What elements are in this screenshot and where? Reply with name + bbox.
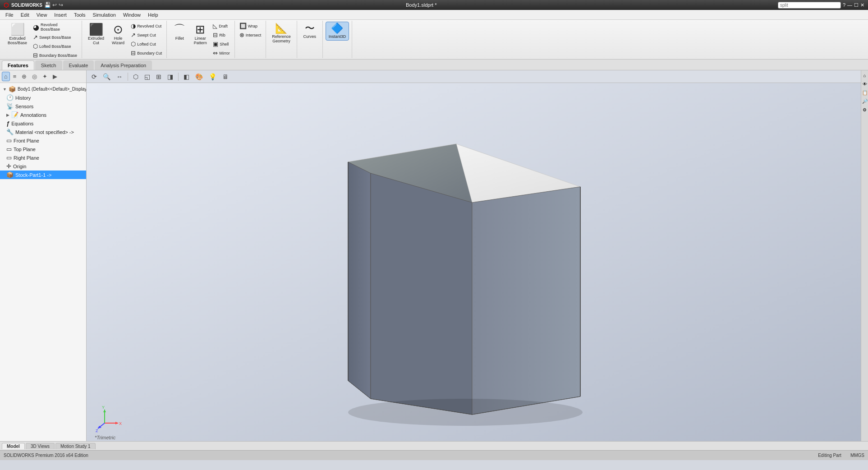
tab-sketch[interactable]: Sketch [35, 60, 62, 70]
close-btn[interactable]: ✕ [860, 2, 864, 8]
svg-marker-5 [472, 187, 580, 415]
view-btn-scene[interactable]: 💡 [207, 72, 219, 82]
tree-sensors[interactable]: 📡 Sensors [0, 102, 86, 111]
search-input[interactable] [778, 2, 841, 9]
swept-boss-button[interactable]: ↗ Swept Boss/Base [31, 33, 79, 41]
tree-origin[interactable]: ✛ Origin [0, 162, 86, 170]
sidebar-btn-arrow[interactable]: ▶ [51, 72, 60, 81]
revolved-cut-button[interactable]: ◑ Revolved Cut [129, 22, 164, 30]
right-btn-4[interactable]: 🔎 [861, 98, 868, 105]
view-btn-grid[interactable]: ⊞ [154, 72, 164, 82]
tree-front-plane[interactable]: ▭ Front Plane [0, 136, 86, 145]
sidebar-btn-featuretree[interactable]: ⌂ [2, 72, 10, 81]
tree-icon-material: 🔧 [6, 129, 14, 135]
maximize-btn[interactable]: ☐ [854, 2, 859, 8]
menu-file[interactable]: File [2, 11, 17, 18]
view-btn-rotate[interactable]: ⟳ [89, 72, 99, 82]
menu-window[interactable]: Window [119, 11, 144, 18]
menu-help[interactable]: Help [144, 11, 162, 18]
sidebar-btn-add[interactable]: ⊕ [19, 72, 29, 81]
lofted-cut-button[interactable]: ⬡ Lofted Cut [129, 40, 164, 48]
extruded-cut-button[interactable]: ⬛ ExtrudedCut [85, 22, 107, 47]
rib-button[interactable]: ⊟ Rib [211, 31, 232, 39]
help-btn[interactable]: ? [843, 2, 845, 8]
sidebar-btn-target[interactable]: ◎ [30, 72, 39, 81]
tab-evaluate[interactable]: Evaluate [63, 60, 94, 70]
cut-group: ⬛ ExtrudedCut ⊙ HoleWizard ◑ Revolved Cu… [82, 21, 167, 58]
tab-analysis-preparation[interactable]: Analysis Preparation [95, 60, 152, 70]
sidebar-btn-list[interactable]: ≡ [11, 72, 19, 81]
curves-group: 〜 Curves [297, 21, 323, 58]
wrap-label: Wrap [248, 24, 257, 28]
boundary-cut-button[interactable]: ⊟ Boundary Cut [129, 49, 164, 57]
bottom-tab-3dviews[interactable]: 3D Views [26, 443, 55, 449]
bottom-tab-motion-study[interactable]: Motion Study 1 [55, 443, 96, 449]
tab-features[interactable]: Features [2, 60, 34, 70]
tree-stock-part[interactable]: 📦 Stock-Part1-1 -> [0, 170, 86, 179]
sidebar-btn-star[interactable]: ✦ [40, 72, 50, 81]
mirror-button[interactable]: ⇔ Mirror [211, 49, 232, 57]
view-btn-display[interactable]: ◧ [181, 72, 192, 82]
fillet-button[interactable]: ⌒ Fillet [170, 22, 189, 42]
lofted-cut-label: Lofted Cut [137, 42, 156, 46]
wrap-icon: 🔲 [239, 23, 247, 29]
menu-edit[interactable]: Edit [17, 11, 33, 18]
menu-simulation[interactable]: Simulation [89, 11, 119, 18]
draft-button[interactable]: ◺ Draft [211, 22, 232, 30]
ribbon: ⬜ ExtrudedBoss/Base ◕ RevolvedBoss/Base … [0, 20, 868, 60]
tree-top-plane[interactable]: ▭ Top Plane [0, 145, 86, 153]
minimize-btn[interactable]: — [847, 2, 852, 8]
right-btn-3[interactable]: 📋 [861, 89, 868, 96]
tree-root[interactable]: ▼ 📦 Body1 (Default<<Default>_Display Sta… [0, 85, 86, 93]
menu-tools[interactable]: Tools [70, 11, 89, 18]
tree-expand-root[interactable]: ▼ [3, 87, 7, 92]
revolved-boss-label: RevolvedBoss/Base [41, 23, 60, 32]
tree-icon-origin: ✛ [6, 163, 11, 170]
viewport[interactable]: X Y Z *Trimetric [87, 83, 868, 454]
3d-model-svg [87, 83, 868, 441]
fillet-icon: ⌒ [174, 23, 185, 35]
right-btn-2[interactable]: 👁 [862, 81, 868, 88]
reference-geometry-button[interactable]: 📐 ReferenceGeometry [269, 22, 294, 45]
right-btn-1[interactable]: ⌂ [862, 72, 867, 79]
tree-material[interactable]: 🔧 Material <not specified> -> [0, 128, 86, 136]
tree-history[interactable]: 🕐 History [0, 93, 86, 102]
menu-view[interactable]: View [33, 11, 51, 18]
view-btn-zoom[interactable]: 🔍 [101, 72, 113, 82]
tree-top-plane-label: Top Plane [14, 147, 36, 152]
lofted-boss-button[interactable]: ⬡ Lofted Boss/Base [31, 42, 79, 51]
instant3d-button[interactable]: 🔷 Instant3D [326, 22, 349, 41]
view-btn-appearance[interactable]: 🎨 [193, 72, 205, 82]
linear-pattern-button[interactable]: ⊞ LinearPattern [190, 22, 210, 47]
revolved-boss-button[interactable]: ◕ RevolvedBoss/Base [31, 22, 79, 32]
svg-point-6 [348, 399, 583, 426]
menu-insert[interactable]: Insert [51, 11, 70, 18]
tree-icon-top-plane: ▭ [6, 146, 12, 152]
tree-expand-annotations[interactable]: ▶ [6, 113, 9, 117]
wrap-button[interactable]: 🔲 Wrap [238, 22, 263, 30]
quick-access[interactable]: 💾 ↩ ↪ [42, 2, 65, 8]
tree-icon-annotations: 📝 [11, 111, 18, 118]
axis-indicator: X Y Z [96, 405, 123, 433]
intersect-button[interactable]: ⊗ Intersect [238, 31, 263, 39]
shell-button[interactable]: ▣ Shell [211, 40, 232, 48]
boundary-boss-button[interactable]: ⊟ Boundary Boss/Base [31, 51, 79, 60]
tree-equations[interactable]: ƒ Equations [0, 119, 86, 128]
hole-wizard-button[interactable]: ⊙ HoleWizard [108, 22, 128, 47]
view-btn-view-setting[interactable]: 🖥 [220, 72, 231, 82]
tree-right-plane[interactable]: ▭ Right Plane [0, 153, 86, 162]
bottom-tab-model[interactable]: Model [2, 443, 25, 449]
view-btn-standard[interactable]: ⬡ [131, 72, 141, 82]
view-btn-hide-show[interactable]: ◨ [165, 72, 175, 82]
extruded-boss-button[interactable]: ⬜ ExtrudedBoss/Base [5, 22, 30, 47]
swept-cut-button[interactable]: ↗ Swept Cut [129, 31, 164, 39]
swept-cut-label: Swept Cut [137, 33, 156, 37]
linear-pattern-label: LinearPattern [194, 36, 207, 45]
view-btn-section[interactable]: ◱ [142, 72, 152, 82]
right-btn-5[interactable]: ⚙ [862, 106, 868, 113]
lofted-boss-label: Lofted Boss/Base [39, 44, 71, 49]
lofted-cut-icon: ⬡ [131, 41, 136, 47]
view-btn-pan[interactable]: ↔ [114, 72, 125, 82]
curves-button[interactable]: 〜 Curves [300, 22, 320, 41]
tree-annotations[interactable]: ▶ 📝 Annotations [0, 111, 86, 119]
